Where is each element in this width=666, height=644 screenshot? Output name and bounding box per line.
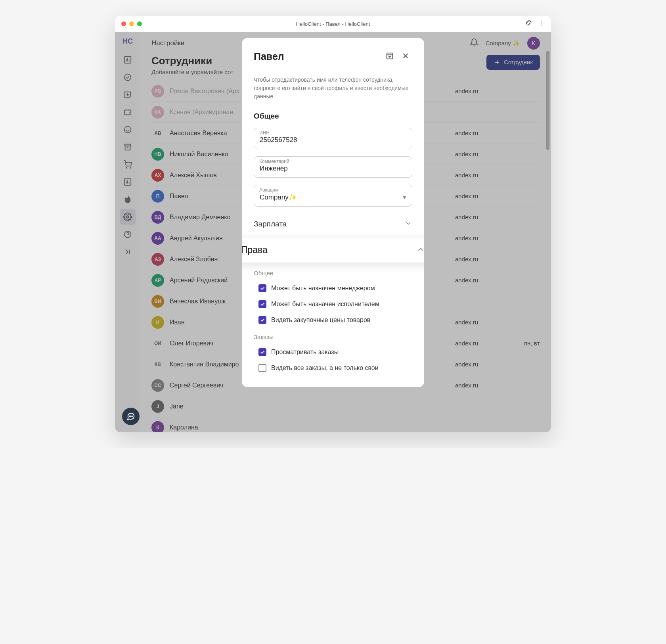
permissions-title: Права [242,245,416,255]
svg-point-1 [541,23,542,23]
checkbox-checked-icon [258,348,266,356]
dialog-hint: Чтобы отредактировать имя или телефон со… [254,76,412,101]
chat-fab[interactable] [122,408,140,425]
perm-label: Может быть назначен менеджером [271,285,375,292]
perm-label: Просматривать заказы [271,349,339,356]
kebab-menu-icon[interactable] [538,19,545,28]
minimize-window-button[interactable] [129,21,134,26]
locations-value: Company✨ [260,193,403,201]
perms-orders-label: Заказы [254,334,412,340]
locations-field-wrapper: Локации Company✨ ▾ [254,185,412,207]
checkbox-unchecked-icon [258,364,266,372]
window-controls [121,21,142,26]
perm-label: Видеть все заказы, а не только свои [271,364,379,372]
salary-title: Зарплата [254,220,404,228]
employee-dialog: Павел Чтобы отредактировать имя или теле… [242,38,424,387]
perms-general-label: Общее [254,270,412,276]
chevron-up-icon [416,245,424,255]
extensions-icon[interactable] [525,19,532,28]
permissions-expand[interactable]: Права [242,238,424,263]
archive-button[interactable] [383,49,396,64]
locations-label: Локации [259,187,278,193]
inn-input[interactable] [254,128,412,149]
perm-all-orders-row[interactable]: Видеть все заказы, а не только свои [254,360,412,376]
inn-label: ИНН [259,130,270,136]
perm-view-orders-row[interactable]: Просматривать заказы [254,344,412,360]
perm-prices-row[interactable]: Видеть закупочные цены товаров [254,312,412,328]
section-general: Общее [254,112,412,121]
inn-field-wrapper: ИНН [254,128,412,149]
svg-point-17 [132,416,132,417]
perm-executor-row[interactable]: Может быть назначен исполнителем [254,296,412,312]
perm-manager-row[interactable]: Может быть назначен менеджером [254,280,412,296]
svg-point-0 [541,21,542,21]
app-window: HelloClient - Павел - HelloClient HC [115,16,551,432]
chevron-down-icon [404,219,412,229]
perm-label: Видеть закупочные цены товаров [271,316,370,324]
comment-field-wrapper: Комментарий [254,156,412,178]
close-window-button[interactable] [121,21,126,26]
checkbox-checked-icon [258,300,266,308]
maximize-window-button[interactable] [137,21,142,26]
window-title: HelloClient - Павел - HelloClient [296,21,370,27]
svg-point-16 [130,416,131,417]
checkbox-checked-icon [258,284,266,292]
dropdown-icon: ▾ [403,193,406,201]
checkbox-checked-icon [258,316,266,324]
comment-label: Комментарий [259,159,289,164]
svg-point-15 [129,416,130,417]
salary-expand[interactable]: Зарплата [254,214,412,234]
svg-point-2 [541,25,542,25]
perm-label: Может быть назначен исполнителем [271,301,379,308]
dialog-title: Павел [254,51,284,62]
close-button[interactable] [399,49,412,64]
titlebar: HelloClient - Павел - HelloClient [115,16,551,32]
